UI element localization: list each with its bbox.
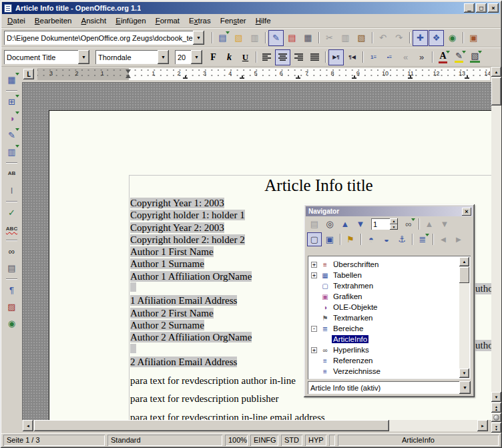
horizontal-ruler[interactable]: 321 1234567891011121314 bbox=[37, 68, 490, 80]
anchor-text-button[interactable]: ⚓ bbox=[395, 232, 409, 246]
spin-down-icon[interactable] bbox=[390, 224, 398, 230]
minimize-button[interactable]: _ bbox=[464, 3, 475, 13]
tree-item-tabellen[interactable]: + ▦ Tabellen bbox=[309, 270, 459, 280]
tree-item-grafiken[interactable]: ▣ Grafiken bbox=[309, 291, 459, 302]
menu-format[interactable]: Format bbox=[151, 15, 184, 26]
bold-button[interactable]: F bbox=[206, 49, 221, 65]
next-object-button[interactable]: ▼ bbox=[353, 217, 368, 231]
scrollbar-thumb[interactable] bbox=[491, 77, 501, 105]
font-name-combobox[interactable]: Thorndale bbox=[95, 50, 169, 64]
auto-spellcheck-button[interactable]: ABC bbox=[3, 221, 20, 237]
tree-item-hyperlinks[interactable]: + ∞ Hyperlinks bbox=[309, 345, 459, 355]
stylist-button[interactable]: ❖ bbox=[429, 30, 444, 46]
tree-item-textmarken[interactable]: ⚑ Textmarken bbox=[309, 312, 459, 323]
previous-page-button[interactable] bbox=[491, 403, 501, 413]
close-button[interactable]: × bbox=[488, 3, 499, 13]
scroll-down-icon[interactable] bbox=[459, 369, 469, 378]
justify-button[interactable] bbox=[307, 49, 322, 65]
content-view-button[interactable]: ▣ bbox=[322, 232, 337, 246]
bullets-button[interactable]: •≡ bbox=[382, 49, 397, 65]
paste-button[interactable]: ▧ bbox=[354, 30, 369, 46]
copy-button[interactable]: ▥ bbox=[338, 30, 353, 46]
rtl-button[interactable]: ¶◀ bbox=[344, 49, 360, 65]
set-reminder-button[interactable]: ⚑ bbox=[343, 232, 358, 246]
nonprinting-chars-button[interactable]: ¶ bbox=[3, 282, 20, 298]
heading-levels-button[interactable]: ≣ bbox=[415, 232, 430, 246]
tree-item-bereiche[interactable]: - ≣ Bereiche bbox=[309, 323, 459, 334]
direct-cursor-button[interactable]: I bbox=[3, 182, 20, 198]
edit-file-button[interactable]: ✎ bbox=[268, 30, 284, 46]
navigation-button[interactable]: ◎ bbox=[322, 217, 337, 231]
navigation-dot-button[interactable] bbox=[491, 413, 501, 422]
tab-stop-marker[interactable] bbox=[352, 75, 356, 79]
highlighting-button[interactable]: ✎ bbox=[451, 49, 467, 65]
horizontal-scrollbar[interactable] bbox=[23, 420, 488, 431]
menu-datei[interactable]: Datei bbox=[3, 15, 30, 26]
indent-marker[interactable] bbox=[125, 69, 132, 78]
navigator-close-button[interactable]: × bbox=[462, 208, 471, 216]
tree-item-ueberschriften[interactable]: + ≡ Überschriften bbox=[309, 259, 459, 270]
data-sources-button[interactable]: ▤ bbox=[3, 260, 20, 276]
scroll-up-icon[interactable] bbox=[459, 257, 469, 266]
menu-fenster[interactable]: Fenster bbox=[216, 15, 251, 26]
dropdown-arrow-icon[interactable] bbox=[158, 50, 169, 64]
menu-einfuegen[interactable]: Einfügen bbox=[111, 15, 150, 26]
new-document-button[interactable]: ▤ bbox=[215, 30, 230, 46]
tab-type-button[interactable]: L bbox=[23, 69, 34, 79]
save-button[interactable]: ▥ bbox=[247, 30, 262, 46]
scroll-down-icon[interactable] bbox=[491, 392, 501, 402]
status-page[interactable]: Seite 1 / 3 bbox=[3, 435, 105, 446]
document-selector-combobox[interactable]: Article Info title (aktiv) bbox=[308, 381, 471, 394]
scroll-right-icon[interactable] bbox=[477, 420, 488, 431]
open-button[interactable]: ▧ bbox=[231, 30, 246, 46]
dropdown-arrow-icon[interactable] bbox=[78, 50, 89, 64]
undo-button[interactable]: ↶ bbox=[375, 30, 391, 46]
demote-level-button[interactable]: ► bbox=[451, 232, 466, 246]
expand-toggle-icon[interactable]: + bbox=[311, 272, 317, 278]
status-insert-mode[interactable]: EINFG bbox=[250, 435, 278, 446]
ltr-button[interactable]: ▶¶ bbox=[328, 49, 344, 65]
promote-chapter-button[interactable]: ▲ bbox=[422, 217, 437, 231]
page-number-input[interactable] bbox=[371, 218, 390, 230]
scroll-up-icon[interactable] bbox=[491, 67, 501, 77]
tree-scrollbar[interactable] bbox=[459, 257, 469, 378]
tab-stop-marker[interactable] bbox=[183, 75, 188, 79]
scrollbar-thumb[interactable] bbox=[459, 267, 469, 283]
align-right-button[interactable] bbox=[291, 49, 306, 65]
status-page-style[interactable]: Standard bbox=[107, 435, 222, 446]
redo-button[interactable]: ↷ bbox=[391, 30, 407, 46]
document-line[interactable]: para text for revdescription in-line ema… bbox=[130, 411, 491, 420]
find-replace-button[interactable]: ∞ bbox=[3, 243, 20, 259]
tree-item-ole-objekte[interactable]: ◑ OLE-Objekte bbox=[309, 302, 459, 312]
export-pdf-button[interactable]: ▤ bbox=[284, 30, 300, 46]
scrollbar-thumb[interactable] bbox=[34, 420, 389, 431]
drag-mode-button[interactable]: ∞ bbox=[401, 217, 416, 231]
online-layout-button[interactable]: ◉ bbox=[3, 315, 20, 331]
tree-item-verzeichnisse[interactable]: ≡ Verzeichnisse bbox=[309, 366, 459, 377]
expand-toggle-icon[interactable]: - bbox=[311, 326, 317, 332]
menu-ansicht[interactable]: Ansicht bbox=[77, 15, 111, 26]
italic-button[interactable]: k bbox=[222, 49, 237, 65]
insert-object-button[interactable]: ◑ bbox=[3, 110, 20, 126]
font-color-button[interactable]: A bbox=[435, 49, 451, 65]
menu-extras[interactable]: Extras bbox=[184, 15, 216, 26]
numbering-button[interactable]: 1≡ bbox=[366, 49, 381, 65]
menu-hilfe[interactable]: Hilfe bbox=[251, 15, 276, 26]
decrease-indent-button[interactable]: « bbox=[398, 49, 413, 65]
header-button[interactable]: ◓ bbox=[364, 232, 379, 246]
draw-functions-button[interactable]: ✎ bbox=[3, 127, 20, 143]
expand-toggle-icon[interactable]: + bbox=[311, 262, 317, 268]
previous-object-button[interactable]: ▲ bbox=[338, 217, 352, 231]
dropdown-arrow-icon[interactable] bbox=[193, 31, 204, 45]
paragraph-style-combobox[interactable]: Document Title bbox=[4, 50, 89, 64]
url-combobox[interactable]: D:\Eigene Dokumente\OpenOffice.org Zeugs… bbox=[4, 31, 204, 45]
status-hyperlink-mode[interactable]: HYP bbox=[305, 435, 326, 446]
menu-bearbeiten[interactable]: Bearbeiten bbox=[30, 15, 77, 26]
navigator-button[interactable]: ✚ bbox=[413, 30, 428, 46]
dropdown-arrow-icon[interactable] bbox=[459, 381, 471, 394]
cut-button[interactable]: ✂ bbox=[322, 30, 337, 46]
insert-table-button[interactable]: ▦ bbox=[3, 71, 20, 87]
document-title-text[interactable]: Article Info title bbox=[130, 176, 491, 197]
demote-chapter-button[interactable]: ▼ bbox=[437, 217, 452, 231]
print-button[interactable]: ▦ bbox=[300, 30, 316, 46]
